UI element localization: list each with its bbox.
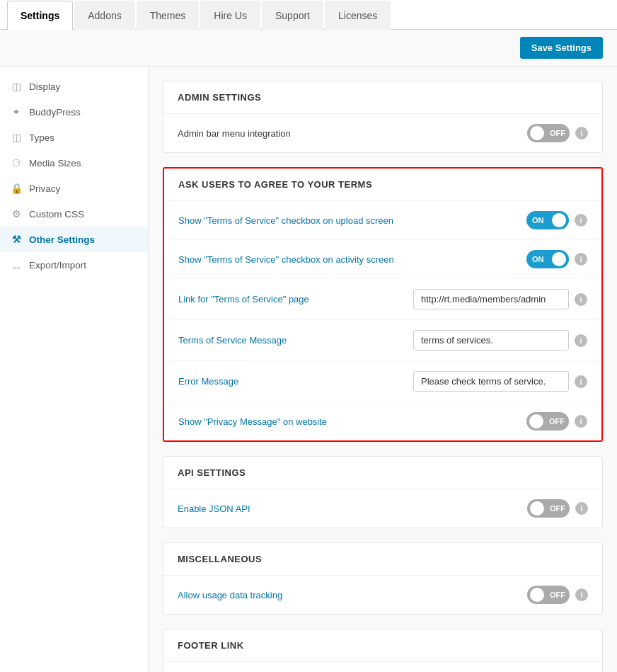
- sidebar-item-display[interactable]: ◫ Display: [0, 74, 148, 99]
- tab-settings[interactable]: Settings: [7, 1, 73, 30]
- admin-settings-title: ADMIN SETTINGS: [163, 81, 602, 114]
- tab-addons[interactable]: Addons: [74, 1, 134, 30]
- privacy-message-label: Show "Privacy Message" on website: [178, 416, 519, 427]
- misc-section: MISCELLANEOUS Allow usage data tracking …: [163, 542, 603, 615]
- sidebar-item-label-media-sizes: Media Sizes: [29, 158, 81, 169]
- usage-tracking-label: Allow usage data tracking: [178, 590, 520, 600]
- tos-message-input[interactable]: [413, 330, 569, 351]
- api-settings-title: API SETTINGS: [163, 457, 602, 489]
- tos-activity-control: ON i: [526, 250, 587, 268]
- tos-link-label: Link for "Terms of Service" page: [178, 294, 406, 304]
- sidebar-item-label-types: Types: [29, 132, 54, 143]
- sidebar-item-label-custom-css: Custom CSS: [29, 209, 84, 220]
- api-settings-section: API SETTINGS Enable JSON API OFF i: [163, 456, 603, 528]
- footer-link-title: FOOTER LINK: [163, 630, 602, 662]
- tos-activity-label: Show "Terms of Service" checkbox on acti…: [178, 254, 519, 265]
- content-area: ADMIN SETTINGS Admin bar menu integratio…: [149, 67, 617, 672]
- footer-link-row: Add a link to rtMedia in footer OFF i: [163, 662, 602, 672]
- error-message-row: Error Message i: [164, 361, 601, 402]
- usage-tracking-toggle[interactable]: OFF: [527, 586, 570, 604]
- tab-licenses[interactable]: Licenses: [325, 1, 391, 30]
- sidebar-item-label-privacy: Privacy: [29, 183, 60, 194]
- error-message-info[interactable]: i: [575, 375, 587, 388]
- misc-title: MISCELLANEOUS: [163, 543, 602, 576]
- json-api-info[interactable]: i: [575, 502, 588, 515]
- error-message-label: Error Message: [178, 376, 406, 387]
- admin-settings-section: ADMIN SETTINGS Admin bar menu integratio…: [163, 81, 603, 153]
- tos-message-info[interactable]: i: [575, 334, 587, 347]
- sidebar-item-label-buddypress: BuddyPress: [29, 107, 81, 118]
- save-settings-button-top[interactable]: Save Settings: [520, 37, 603, 59]
- error-message-control: i: [413, 371, 587, 392]
- lock-icon: 🔒: [11, 183, 22, 194]
- sidebar-item-buddypress[interactable]: ✦ BuddyPress: [0, 99, 148, 125]
- tos-activity-toggle[interactable]: ON: [526, 250, 569, 268]
- terms-title: ASK USERS TO AGREE TO YOUR TERMS: [164, 169, 601, 201]
- sidebar-item-label-export-import: Export/Import: [29, 260, 86, 270]
- privacy-message-info[interactable]: i: [575, 415, 587, 428]
- tos-upload-info[interactable]: i: [575, 214, 587, 227]
- sidebar-item-privacy[interactable]: 🔒 Privacy: [0, 176, 148, 201]
- tos-link-info[interactable]: i: [575, 293, 587, 306]
- tab-support[interactable]: Support: [262, 1, 323, 30]
- tos-message-label: Terms of Service Message: [178, 335, 406, 346]
- tos-link-row: Link for "Terms of Service" page i: [164, 279, 601, 320]
- tos-activity-row: Show "Terms of Service" checkbox on acti…: [164, 240, 601, 279]
- footer-link-section: FOOTER LINK Add a link to rtMedia in foo…: [163, 629, 603, 672]
- sidebar-item-other-settings[interactable]: ⚒ Other Settings: [0, 227, 148, 252]
- sidebar-item-export-import[interactable]: ⚋ Export/Import: [0, 252, 148, 278]
- main-layout: ◫ Display ✦ BuddyPress ◫ Types ⚆ Media S…: [0, 67, 617, 672]
- tos-upload-toggle[interactable]: ON: [526, 211, 569, 229]
- sidebar-item-media-sizes[interactable]: ⚆ Media Sizes: [0, 150, 148, 176]
- sidebar-item-custom-css[interactable]: ⚙ Custom CSS: [0, 201, 148, 227]
- usage-tracking-row: Allow usage data tracking OFF i: [163, 576, 602, 614]
- export-icon: ⚋: [11, 259, 22, 270]
- tos-message-row: Terms of Service Message i: [164, 320, 601, 361]
- privacy-message-control: OFF i: [526, 412, 587, 431]
- media-sizes-icon: ⚆: [11, 157, 22, 169]
- display-icon: ◫: [11, 81, 22, 92]
- tab-themes[interactable]: Themes: [137, 1, 200, 30]
- usage-tracking-control: OFF i: [527, 586, 588, 604]
- tos-upload-row: Show "Terms of Service" checkbox on uplo…: [164, 201, 601, 240]
- tos-activity-info[interactable]: i: [575, 253, 587, 266]
- tos-link-control: i: [413, 289, 587, 309]
- sidebar-item-label-other-settings: Other Settings: [29, 234, 95, 245]
- tab-hire-us[interactable]: Hire Us: [200, 1, 260, 30]
- types-icon: ◫: [11, 132, 22, 143]
- json-api-toggle[interactable]: OFF: [527, 499, 570, 518]
- top-navigation: Settings Addons Themes Hire Us Support L…: [0, 0, 617, 30]
- sidebar-item-types[interactable]: ◫ Types: [0, 125, 148, 150]
- tos-upload-label: Show "Terms of Service" checkbox on uplo…: [178, 215, 519, 226]
- sidebar: ◫ Display ✦ BuddyPress ◫ Types ⚆ Media S…: [0, 67, 149, 672]
- admin-bar-menu-control: OFF i: [527, 124, 588, 142]
- admin-bar-menu-toggle[interactable]: OFF: [527, 124, 570, 142]
- tos-message-control: i: [413, 330, 587, 351]
- save-bar-top: Save Settings: [0, 30, 617, 67]
- sidebar-item-label-display: Display: [29, 81, 60, 92]
- terms-section: ASK USERS TO AGREE TO YOUR TERMS Show "T…: [163, 167, 603, 442]
- json-api-row: Enable JSON API OFF i: [163, 489, 602, 528]
- usage-tracking-info[interactable]: i: [575, 588, 588, 601]
- settings-icon: ⚒: [11, 234, 22, 245]
- buddypress-icon: ✦: [11, 106, 22, 118]
- css-icon: ⚙: [11, 208, 22, 220]
- privacy-message-row: Show "Privacy Message" on website OFF i: [164, 402, 601, 440]
- page-wrapper: Save Settings ◫ Display ✦ BuddyPress ◫ T…: [0, 30, 617, 672]
- json-api-control: OFF i: [527, 499, 588, 518]
- tos-upload-control: ON i: [526, 211, 587, 229]
- error-message-input[interactable]: [413, 371, 569, 392]
- json-api-label: Enable JSON API: [178, 503, 520, 514]
- admin-bar-menu-info[interactable]: i: [575, 127, 588, 139]
- admin-bar-menu-label: Admin bar menu integration: [178, 128, 520, 139]
- tos-link-input[interactable]: [413, 289, 569, 309]
- admin-bar-menu-row: Admin bar menu integration OFF i: [163, 114, 602, 152]
- privacy-message-toggle[interactable]: OFF: [526, 412, 569, 431]
